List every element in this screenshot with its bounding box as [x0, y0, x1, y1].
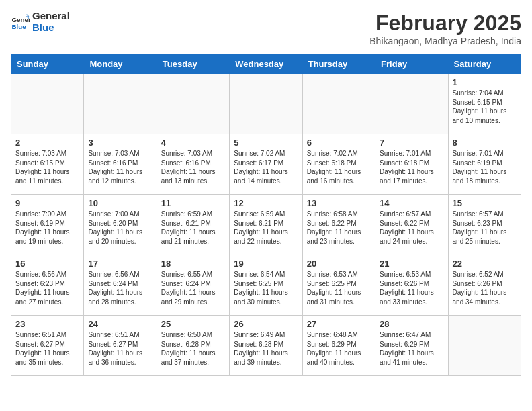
calendar-cell: 26Sunrise: 6:49 AM Sunset: 6:28 PM Dayli… [230, 316, 302, 376]
day-number: 1 [453, 77, 517, 87]
day-number: 10 [88, 198, 152, 208]
day-number: 17 [88, 259, 152, 269]
day-number: 26 [234, 319, 298, 329]
day-number: 3 [88, 138, 152, 148]
day-info: Sunrise: 7:03 AM Sunset: 6:15 PM Dayligh… [15, 149, 79, 185]
calendar-cell: 9Sunrise: 7:00 AM Sunset: 6:19 PM Daylig… [11, 195, 84, 255]
calendar-cell: 12Sunrise: 6:59 AM Sunset: 6:21 PM Dayli… [230, 195, 302, 255]
weekday-header-sunday: Sunday [11, 55, 84, 74]
day-number: 11 [161, 198, 225, 208]
weekday-header-wednesday: Wednesday [230, 55, 302, 74]
calendar-cell: 15Sunrise: 6:57 AM Sunset: 6:23 PM Dayli… [448, 195, 521, 255]
logo: General Blue General Blue [11, 11, 70, 33]
day-number: 7 [380, 138, 443, 148]
calendar-cell: 3Sunrise: 7:03 AM Sunset: 6:16 PM Daylig… [84, 134, 157, 195]
day-number: 20 [307, 259, 371, 269]
day-info: Sunrise: 7:04 AM Sunset: 6:15 PM Dayligh… [453, 89, 517, 125]
day-info: Sunrise: 7:03 AM Sunset: 6:16 PM Dayligh… [88, 149, 152, 185]
day-number: 19 [234, 259, 298, 269]
calendar-cell: 18Sunrise: 6:55 AM Sunset: 6:24 PM Dayli… [157, 255, 229, 316]
day-info: Sunrise: 6:57 AM Sunset: 6:23 PM Dayligh… [453, 210, 517, 246]
day-info: Sunrise: 6:52 AM Sunset: 6:26 PM Dayligh… [453, 270, 517, 306]
weekday-header-row: SundayMondayTuesdayWednesdayThursdayFrid… [11, 55, 521, 74]
calendar-cell: 19Sunrise: 6:54 AM Sunset: 6:25 PM Dayli… [230, 255, 302, 316]
location-text: Bhikangaon, Madhya Pradesh, India [369, 36, 521, 46]
day-info: Sunrise: 6:51 AM Sunset: 6:27 PM Dayligh… [88, 330, 152, 367]
day-number: 18 [161, 259, 225, 269]
day-number: 4 [161, 138, 225, 148]
calendar-cell: 27Sunrise: 6:48 AM Sunset: 6:29 PM Dayli… [302, 316, 375, 376]
calendar-cell: 8Sunrise: 7:01 AM Sunset: 6:19 PM Daylig… [448, 134, 521, 195]
calendar-week-3: 16Sunrise: 6:56 AM Sunset: 6:23 PM Dayli… [11, 255, 521, 316]
day-number: 24 [88, 319, 152, 329]
day-number: 14 [380, 198, 443, 208]
day-info: Sunrise: 7:00 AM Sunset: 6:19 PM Dayligh… [15, 210, 79, 246]
day-info: Sunrise: 6:47 AM Sunset: 6:29 PM Dayligh… [380, 330, 443, 367]
day-info: Sunrise: 6:50 AM Sunset: 6:28 PM Dayligh… [161, 330, 225, 367]
day-info: Sunrise: 7:03 AM Sunset: 6:16 PM Dayligh… [161, 149, 225, 185]
calendar-cell: 21Sunrise: 6:53 AM Sunset: 6:26 PM Dayli… [375, 255, 448, 316]
calendar-cell [84, 74, 157, 134]
calendar-cell: 16Sunrise: 6:56 AM Sunset: 6:23 PM Dayli… [11, 255, 84, 316]
calendar-cell: 22Sunrise: 6:52 AM Sunset: 6:26 PM Dayli… [448, 255, 521, 316]
day-number: 16 [15, 259, 79, 269]
day-number: 22 [453, 259, 517, 269]
calendar-cell [448, 316, 521, 376]
month-title: February 2025 [369, 11, 521, 36]
day-info: Sunrise: 7:00 AM Sunset: 6:20 PM Dayligh… [88, 210, 152, 246]
day-info: Sunrise: 7:01 AM Sunset: 6:19 PM Dayligh… [453, 149, 517, 185]
calendar-cell: 25Sunrise: 6:50 AM Sunset: 6:28 PM Dayli… [157, 316, 229, 376]
day-number: 27 [307, 319, 371, 329]
day-number: 2 [15, 138, 79, 148]
calendar-cell: 11Sunrise: 6:59 AM Sunset: 6:21 PM Dayli… [157, 195, 229, 255]
calendar-cell: 17Sunrise: 6:56 AM Sunset: 6:24 PM Dayli… [84, 255, 157, 316]
calendar-cell: 10Sunrise: 7:00 AM Sunset: 6:20 PM Dayli… [84, 195, 157, 255]
weekday-header-tuesday: Tuesday [157, 55, 229, 74]
calendar-cell [302, 74, 375, 134]
day-number: 13 [307, 198, 371, 208]
weekday-header-thursday: Thursday [302, 55, 375, 74]
logo-blue: Blue [32, 21, 54, 33]
calendar-cell: 5Sunrise: 7:02 AM Sunset: 6:17 PM Daylig… [230, 134, 302, 195]
day-number: 21 [380, 259, 443, 269]
day-number: 5 [234, 138, 298, 148]
calendar-cell [375, 74, 448, 134]
day-number: 25 [161, 319, 225, 329]
day-number: 23 [15, 319, 79, 329]
logo-general: General [32, 10, 70, 21]
calendar-week-1: 2Sunrise: 7:03 AM Sunset: 6:15 PM Daylig… [11, 134, 521, 195]
calendar-cell: 4Sunrise: 7:03 AM Sunset: 6:16 PM Daylig… [157, 134, 229, 195]
svg-text:Blue: Blue [11, 22, 26, 30]
day-info: Sunrise: 6:54 AM Sunset: 6:25 PM Dayligh… [234, 270, 298, 306]
calendar-cell: 24Sunrise: 6:51 AM Sunset: 6:27 PM Dayli… [84, 316, 157, 376]
calendar-cell: 1Sunrise: 7:04 AM Sunset: 6:15 PM Daylig… [448, 74, 521, 134]
logo-text-block: General Blue [32, 11, 70, 33]
calendar-cell: 23Sunrise: 6:51 AM Sunset: 6:27 PM Dayli… [11, 316, 84, 376]
title-block: February 2025 Bhikangaon, Madhya Pradesh… [369, 11, 521, 46]
calendar-week-0: 1Sunrise: 7:04 AM Sunset: 6:15 PM Daylig… [11, 74, 521, 134]
day-number: 28 [380, 319, 443, 329]
calendar-cell [157, 74, 229, 134]
calendar-cell [11, 74, 84, 134]
day-info: Sunrise: 6:57 AM Sunset: 6:22 PM Dayligh… [380, 210, 443, 246]
day-info: Sunrise: 6:59 AM Sunset: 6:21 PM Dayligh… [161, 210, 225, 246]
day-number: 8 [453, 138, 517, 148]
day-info: Sunrise: 6:59 AM Sunset: 6:21 PM Dayligh… [234, 210, 298, 246]
weekday-header-monday: Monday [84, 55, 157, 74]
day-info: Sunrise: 6:49 AM Sunset: 6:28 PM Dayligh… [234, 330, 298, 367]
weekday-header-friday: Friday [375, 55, 448, 74]
page-header: General Blue General Blue February 2025 … [11, 11, 521, 46]
day-info: Sunrise: 7:01 AM Sunset: 6:18 PM Dayligh… [380, 149, 443, 185]
day-info: Sunrise: 7:02 AM Sunset: 6:18 PM Dayligh… [307, 149, 371, 185]
logo-icon: General Blue [11, 13, 30, 32]
calendar-week-4: 23Sunrise: 6:51 AM Sunset: 6:27 PM Dayli… [11, 316, 521, 376]
weekday-header-saturday: Saturday [448, 55, 521, 74]
day-info: Sunrise: 7:02 AM Sunset: 6:17 PM Dayligh… [234, 149, 298, 185]
calendar-cell: 20Sunrise: 6:53 AM Sunset: 6:25 PM Dayli… [302, 255, 375, 316]
day-info: Sunrise: 6:48 AM Sunset: 6:29 PM Dayligh… [307, 330, 371, 367]
calendar-cell: 7Sunrise: 7:01 AM Sunset: 6:18 PM Daylig… [375, 134, 448, 195]
calendar-cell: 13Sunrise: 6:58 AM Sunset: 6:22 PM Dayli… [302, 195, 375, 255]
calendar-cell [230, 74, 302, 134]
calendar-cell: 2Sunrise: 7:03 AM Sunset: 6:15 PM Daylig… [11, 134, 84, 195]
day-number: 9 [15, 198, 79, 208]
